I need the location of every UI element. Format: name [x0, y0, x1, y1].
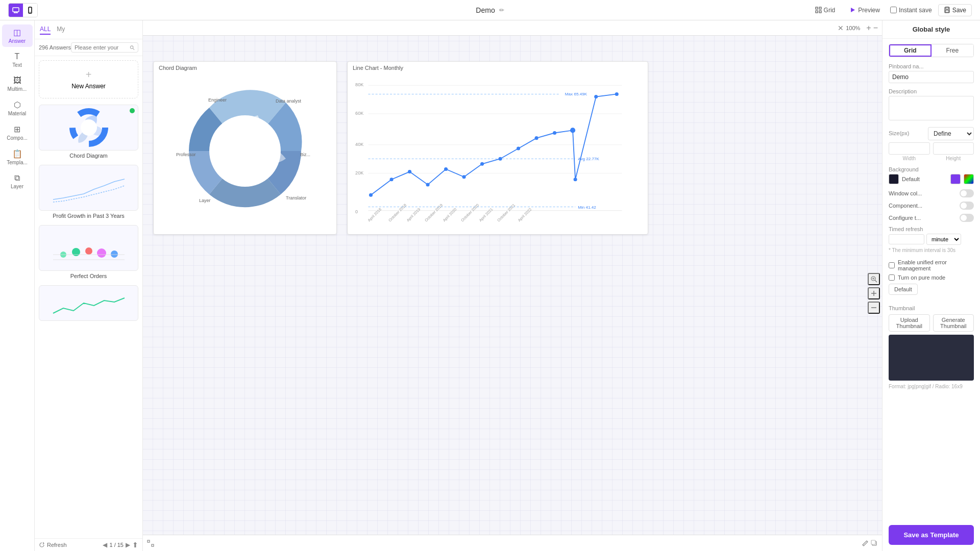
size-row: Size(px) Define Width Height — [889, 127, 974, 161]
svg-line-73 — [875, 280, 877, 282]
next-page-btn[interactable]: ▶ — [126, 541, 130, 548]
expand-icon[interactable]: ⬆ — [132, 541, 138, 549]
thumbnail-btns: UploadThumbnail GenerateThumbnail — [889, 314, 974, 332]
panel-footer: Refresh ◀ 1 / 15 ▶ ⬆ — [35, 538, 142, 551]
component-icon: ⊞ — [14, 124, 20, 134]
sidebar-item-answer[interactable]: ◫ Answer — [2, 24, 33, 47]
height-input[interactable] — [933, 142, 974, 155]
svg-point-49 — [390, 178, 394, 181]
bg-color-swatch[interactable] — [889, 174, 899, 184]
sidebar-item-media[interactable]: 🖼 Multim... — [2, 73, 33, 95]
layout-grid-btn[interactable]: Grid — [889, 44, 932, 57]
canvas-line-card[interactable]: Line Chart - Monthly 80K 60K 40K 20K 0 — [347, 61, 648, 235]
svg-text:April 2022: April 2022 — [517, 207, 533, 223]
svg-text:October 2020: October 2020 — [460, 203, 480, 223]
window-color-toggle-row: Window col... — [889, 189, 974, 197]
sidebar-item-material-label: Material — [8, 111, 27, 116]
svg-text:April 2020: April 2020 — [442, 207, 458, 223]
sidebar-item-material[interactable]: ⬡ Material — [2, 97, 33, 119]
svg-rect-79 — [148, 540, 150, 542]
svg-point-54 — [480, 162, 484, 166]
svg-marker-10 — [851, 8, 855, 12]
svg-rect-80 — [152, 544, 154, 546]
canvas-zoom: 100% — [846, 25, 860, 31]
edit-title-icon[interactable]: ✏ — [499, 7, 504, 14]
save-btn[interactable]: Save — [938, 4, 972, 16]
svg-text:Layer: Layer — [199, 198, 211, 203]
mobile-view-btn[interactable] — [23, 4, 37, 17]
unified-error-checkbox[interactable] — [889, 262, 895, 268]
edit-canvas-icon[interactable] — [862, 540, 869, 547]
canvas: Chord Diagram — [143, 36, 882, 551]
instant-save-checkbox[interactable]: Instant save — [890, 7, 932, 14]
svg-point-57 — [535, 136, 538, 140]
instant-save-input[interactable] — [890, 7, 897, 13]
grid-btn[interactable]: Grid — [811, 5, 840, 16]
description-label: Description — [889, 88, 974, 94]
layout-free-btn[interactable]: Free — [932, 44, 974, 57]
sidebar-item-text[interactable]: T Text — [2, 49, 33, 71]
answer-card-4[interactable] — [39, 285, 138, 321]
save-label: Save — [952, 7, 966, 14]
default-button[interactable]: Default — [889, 284, 918, 295]
pure-mode-checkbox[interactable] — [889, 274, 895, 281]
preview-btn[interactable]: Preview — [845, 5, 884, 16]
zoom-out-btn[interactable]: − — [873, 23, 878, 33]
answer-panel-header: ALL My — [35, 20, 142, 39]
upload-thumbnail-btn[interactable]: UploadThumbnail — [889, 314, 930, 332]
bg-accent-swatch[interactable] — [950, 174, 961, 184]
search-input[interactable] — [75, 44, 130, 51]
generate-thumbnail-btn[interactable]: GenerateThumbnail — [933, 314, 974, 332]
svg-point-22 — [111, 251, 118, 258]
canvas-minus-btn[interactable] — [868, 302, 880, 314]
component-toggle[interactable] — [960, 202, 974, 210]
canvas-bottom-right — [862, 540, 878, 547]
unified-error-row: Enable unified error management — [889, 259, 974, 271]
configure-toggle-row: Configure t... — [889, 214, 974, 222]
copy-canvas-icon[interactable] — [871, 540, 878, 547]
prev-page-btn[interactable]: ◀ — [103, 541, 107, 548]
chord-diagram-label: Chord Diagram — [39, 153, 138, 159]
svg-point-17 — [81, 119, 97, 136]
svg-text:Min 41.42: Min 41.42 — [578, 205, 596, 210]
canvas-chord-card[interactable]: Chord Diagram — [153, 61, 337, 235]
svg-text:April 2018: April 2018 — [367, 207, 383, 223]
window-color-toggle[interactable] — [960, 189, 974, 197]
sidebar-item-template-label: Templa... — [7, 160, 28, 165]
svg-point-19 — [72, 248, 80, 256]
description-input[interactable] — [889, 96, 974, 120]
svg-text:Data analyst: Data analyst — [276, 98, 302, 104]
sidebar-item-component[interactable]: ⊞ Compo... — [2, 121, 33, 144]
pinboard-name-input[interactable] — [889, 71, 974, 83]
canvas-zoom-btn[interactable] — [868, 273, 880, 285]
pagination: ◀ 1 / 15 ▶ ⬆ — [103, 541, 138, 549]
close-canvas-btn[interactable]: ✕ — [838, 24, 844, 32]
active-dot — [130, 108, 135, 113]
svg-point-51 — [426, 183, 430, 186]
refresh-unit-select[interactable]: minute second hour — [926, 234, 961, 245]
perfect-orders-card[interactable]: Perfect Orders — [39, 225, 138, 279]
sidebar-item-layer[interactable]: ⧉ Layer — [2, 170, 33, 192]
layer-icon: ⧉ — [14, 173, 20, 183]
save-template-btn[interactable]: Save as Template — [889, 525, 974, 545]
sidebar-item-template[interactable]: 📋 Templa... — [2, 146, 33, 168]
bg-palette-swatch[interactable] — [964, 174, 974, 184]
refresh-value-input[interactable] — [889, 234, 924, 244]
width-input[interactable] — [889, 142, 930, 155]
new-answer-btn[interactable]: + New Answer — [39, 60, 138, 98]
chord-diagram-card[interactable]: Chord Diagram — [39, 105, 138, 159]
tab-all[interactable]: ALL — [40, 24, 51, 35]
refresh-label: Refresh — [47, 542, 67, 548]
tab-group: ALL My — [40, 24, 65, 35]
configure-toggle[interactable] — [960, 214, 974, 222]
zoom-in-btn[interactable]: + — [866, 23, 871, 33]
profit-growth-card[interactable]: Profit Growth in Past 3 Years — [39, 165, 138, 219]
size-select[interactable]: Define — [928, 127, 974, 140]
sidebar-item-layer-label: Layer — [11, 184, 23, 189]
refresh-icon — [39, 542, 45, 548]
tab-my[interactable]: My — [57, 24, 65, 35]
perfect-orders-thumb — [39, 225, 138, 271]
svg-rect-7 — [819, 7, 821, 9]
canvas-plus-btn[interactable] — [868, 287, 880, 299]
desktop-view-btn[interactable] — [9, 4, 23, 17]
